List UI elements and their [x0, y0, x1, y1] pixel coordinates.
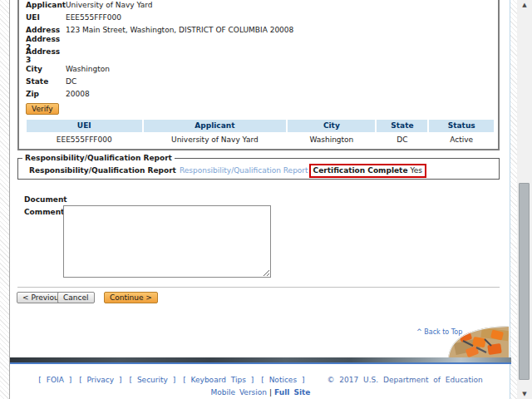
field-row-address3: Address 3: [19, 50, 498, 62]
field-row-address: Address 123 Main Street, Washington, DIS…: [19, 24, 498, 37]
report-fieldset: Responsibility/Qualification Report Resp…: [17, 154, 500, 180]
report-link[interactable]: Responsibility/Qualification Report: [180, 166, 308, 175]
state-value: DC: [66, 77, 76, 86]
field-row-applicant: Applicant University of Navy Yard: [19, 0, 498, 11]
mobile-version-link[interactable]: Mobile Version: [211, 388, 267, 397]
scrollbar-thumb[interactable]: [519, 183, 530, 380]
footer-link-security[interactable]: [ Security ]: [130, 376, 176, 384]
applicant-value: University of Navy Yard: [66, 1, 153, 9]
applicant-label: Applicant: [26, 1, 66, 9]
applicant-results-table: UEI Applicant City State Status EEE555FF…: [25, 118, 495, 148]
report-field-label: Responsibility/Qualification Report: [29, 166, 176, 175]
document-label: Document: [24, 195, 67, 204]
footer-links-row: [ FOIA ] [ Privacy ] [ Security ] [ Keyb…: [10, 376, 511, 384]
cell-state: DC: [377, 134, 427, 146]
cell-status: Active: [429, 134, 494, 146]
certification-label: Certification Complete: [313, 166, 408, 175]
full-site-link[interactable]: Full Site: [274, 388, 310, 397]
table-header-row: UEI Applicant City State Status: [27, 120, 494, 132]
footer-divider-bar: [10, 357, 511, 364]
applicant-detail-box: Applicant University of Navy Yard UEI EE…: [17, 0, 500, 150]
classroom-chairs-image: [448, 326, 509, 359]
state-label: State: [26, 77, 66, 86]
footer-site-mode-row: Mobile Version|Full Site: [10, 388, 511, 397]
scrollbar-down-arrow[interactable]: ▼: [517, 389, 532, 399]
scrollbar-up-arrow[interactable]: ▲: [517, 0, 532, 10]
address3-label: Address 3: [26, 47, 66, 64]
cell-city: Washington: [288, 134, 375, 146]
field-row-city: City Washington: [19, 62, 498, 75]
footer-link-notices[interactable]: [ Notices ]: [261, 376, 304, 384]
cancel-button[interactable]: Cancel: [57, 292, 95, 303]
city-label: City: [26, 65, 66, 73]
footer-link-keyboard-tips[interactable]: [ Keyboard Tips ]: [183, 376, 254, 384]
col-header-city: City: [288, 120, 375, 132]
uei-value: EEE555FFF000: [66, 13, 121, 22]
field-row-uei: UEI EEE555FFF000: [19, 11, 498, 23]
zip-label: Zip: [26, 90, 66, 98]
field-row-zip: Zip 20008: [19, 88, 498, 101]
vertical-scrollbar[interactable]: ▲ ▼: [517, 0, 532, 399]
certification-highlight-box: Certification Complete Yes: [309, 164, 426, 178]
horizontal-divider: [17, 287, 500, 288]
col-header-status: Status: [429, 120, 494, 132]
footer-link-foia[interactable]: [ FOIA ]: [38, 376, 71, 384]
col-header-applicant: Applicant: [144, 120, 287, 132]
address-label: Address: [26, 26, 66, 34]
cell-uei: EEE555FFF000: [27, 134, 142, 146]
col-header-uei: UEI: [27, 120, 142, 132]
page-content: Applicant University of Navy Yard UEI EE…: [9, 0, 510, 399]
comments-label: Comments: [24, 208, 69, 216]
certification-value: Yes: [410, 166, 422, 175]
report-fieldset-legend: Responsibility/Qualification Report: [22, 154, 175, 162]
report-line: Responsibility/Qualification ReportRespo…: [29, 164, 499, 178]
uei-label: UEI: [26, 13, 66, 22]
field-row-address2: Address 2: [19, 37, 498, 49]
table-underline: [27, 149, 497, 150]
continue-button[interactable]: Continue >: [104, 292, 158, 303]
footer-link-privacy[interactable]: [ Privacy ]: [79, 376, 121, 384]
table-row: EEE555FFF000 University of Navy Yard Was…: [27, 134, 494, 146]
field-row-state: State DC: [19, 75, 498, 87]
site-mode-separator: |: [269, 388, 272, 397]
comments-textarea[interactable]: [63, 205, 271, 278]
address-value: 123 Main Street, Washington, DISTRICT OF…: [66, 26, 293, 34]
browser-viewport: Applicant University of Navy Yard UEI EE…: [0, 0, 532, 399]
cell-applicant: University of Navy Yard: [144, 134, 287, 146]
col-header-state: State: [377, 120, 427, 132]
verify-button[interactable]: Verify: [26, 103, 59, 115]
zip-value: 20008: [66, 90, 90, 98]
copyright-text: © 2017 U.S. Department of Education: [327, 376, 482, 384]
city-value: Washington: [66, 65, 110, 73]
